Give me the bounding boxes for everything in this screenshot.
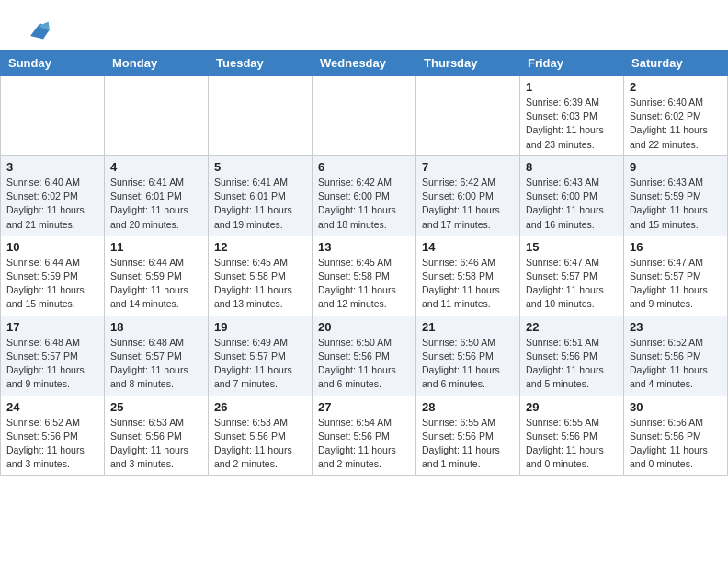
- day-number-15: 15: [526, 240, 618, 254]
- day-info-26: Sunrise: 6:53 AM Sunset: 5:56 PM Dayligh…: [214, 416, 306, 472]
- day-cell-22: 22Sunrise: 6:51 AM Sunset: 5:56 PM Dayli…: [520, 316, 624, 396]
- day-cell-13: 13Sunrise: 6:45 AM Sunset: 5:58 PM Dayli…: [313, 236, 416, 316]
- day-info-18: Sunrise: 6:48 AM Sunset: 5:57 PM Dayligh…: [110, 336, 202, 392]
- day-cell-21: 21Sunrise: 6:50 AM Sunset: 5:56 PM Dayli…: [416, 316, 520, 396]
- day-info-30: Sunrise: 6:56 AM Sunset: 5:56 PM Dayligh…: [630, 416, 722, 472]
- day-info-10: Sunrise: 6:44 AM Sunset: 5:59 PM Dayligh…: [6, 256, 98, 312]
- day-cell-25: 25Sunrise: 6:53 AM Sunset: 5:56 PM Dayli…: [105, 396, 209, 476]
- day-number-21: 21: [422, 320, 514, 334]
- day-number-1: 1: [526, 80, 618, 94]
- day-cell-10: 10Sunrise: 6:44 AM Sunset: 5:59 PM Dayli…: [1, 236, 105, 316]
- day-number-30: 30: [630, 400, 722, 414]
- day-cell-2: 2Sunrise: 6:40 AM Sunset: 6:02 PM Daylig…: [624, 76, 728, 156]
- day-info-29: Sunrise: 6:55 AM Sunset: 5:56 PM Dayligh…: [526, 416, 618, 472]
- day-number-13: 13: [318, 240, 410, 254]
- day-info-27: Sunrise: 6:54 AM Sunset: 5:56 PM Dayligh…: [318, 416, 410, 472]
- day-info-21: Sunrise: 6:50 AM Sunset: 5:56 PM Dayligh…: [422, 336, 514, 392]
- day-number-5: 5: [214, 160, 306, 174]
- day-info-9: Sunrise: 6:43 AM Sunset: 5:59 PM Dayligh…: [630, 176, 722, 232]
- day-cell-26: 26Sunrise: 6:53 AM Sunset: 5:56 PM Dayli…: [209, 396, 313, 476]
- day-number-20: 20: [318, 320, 410, 334]
- weekday-header-wednesday: Wednesday: [313, 51, 416, 76]
- day-cell-8: 8Sunrise: 6:43 AM Sunset: 6:00 PM Daylig…: [520, 155, 624, 236]
- day-info-5: Sunrise: 6:41 AM Sunset: 6:01 PM Dayligh…: [214, 176, 306, 232]
- day-number-22: 22: [526, 320, 618, 334]
- day-cell-19: 19Sunrise: 6:49 AM Sunset: 5:57 PM Dayli…: [209, 316, 313, 396]
- day-cell-24: 24Sunrise: 6:52 AM Sunset: 5:56 PM Dayli…: [1, 396, 105, 476]
- weekday-header-saturday: Saturday: [624, 51, 728, 76]
- day-info-8: Sunrise: 6:43 AM Sunset: 6:00 PM Dayligh…: [526, 176, 618, 232]
- weekday-header-sunday: Sunday: [1, 51, 105, 76]
- day-cell-16: 16Sunrise: 6:47 AM Sunset: 5:57 PM Dayli…: [624, 236, 728, 316]
- week-row-1: 1Sunrise: 6:39 AM Sunset: 6:03 PM Daylig…: [1, 76, 728, 156]
- weekday-header-row: SundayMondayTuesdayWednesdayThursdayFrid…: [1, 51, 728, 76]
- day-number-23: 23: [630, 320, 722, 334]
- calendar-table: SundayMondayTuesdayWednesdayThursdayFrid…: [0, 50, 728, 476]
- day-info-23: Sunrise: 6:52 AM Sunset: 5:56 PM Dayligh…: [630, 336, 722, 392]
- empty-cell: [313, 76, 416, 156]
- day-cell-15: 15Sunrise: 6:47 AM Sunset: 5:57 PM Dayli…: [520, 236, 624, 316]
- week-row-4: 17Sunrise: 6:48 AM Sunset: 5:57 PM Dayli…: [1, 316, 728, 396]
- day-number-4: 4: [110, 160, 202, 174]
- day-cell-14: 14Sunrise: 6:46 AM Sunset: 5:58 PM Dayli…: [416, 236, 520, 316]
- day-info-19: Sunrise: 6:49 AM Sunset: 5:57 PM Dayligh…: [214, 336, 306, 392]
- day-info-22: Sunrise: 6:51 AM Sunset: 5:56 PM Dayligh…: [526, 336, 618, 392]
- day-number-9: 9: [630, 160, 722, 174]
- week-row-5: 24Sunrise: 6:52 AM Sunset: 5:56 PM Dayli…: [1, 396, 728, 476]
- page-header: [0, 0, 728, 50]
- day-info-1: Sunrise: 6:39 AM Sunset: 6:03 PM Dayligh…: [526, 96, 618, 152]
- day-cell-5: 5Sunrise: 6:41 AM Sunset: 6:01 PM Daylig…: [209, 155, 313, 236]
- weekday-header-friday: Friday: [520, 51, 624, 76]
- day-number-24: 24: [6, 400, 98, 414]
- empty-cell: [209, 76, 313, 156]
- day-info-12: Sunrise: 6:45 AM Sunset: 5:58 PM Dayligh…: [214, 256, 306, 312]
- day-number-8: 8: [526, 160, 618, 174]
- weekday-header-thursday: Thursday: [416, 51, 520, 76]
- day-number-18: 18: [110, 320, 202, 334]
- day-number-25: 25: [110, 400, 202, 414]
- empty-cell: [105, 76, 209, 156]
- day-number-6: 6: [318, 160, 410, 174]
- day-info-17: Sunrise: 6:48 AM Sunset: 5:57 PM Dayligh…: [6, 336, 98, 392]
- day-number-14: 14: [422, 240, 514, 254]
- day-info-20: Sunrise: 6:50 AM Sunset: 5:56 PM Dayligh…: [318, 336, 410, 392]
- weekday-header-tuesday: Tuesday: [209, 51, 313, 76]
- logo: [22, 17, 50, 42]
- day-info-13: Sunrise: 6:45 AM Sunset: 5:58 PM Dayligh…: [318, 256, 410, 312]
- day-number-26: 26: [214, 400, 306, 414]
- day-number-3: 3: [6, 160, 98, 174]
- empty-cell: [416, 76, 520, 156]
- day-info-4: Sunrise: 6:41 AM Sunset: 6:01 PM Dayligh…: [110, 176, 202, 232]
- day-info-15: Sunrise: 6:47 AM Sunset: 5:57 PM Dayligh…: [526, 256, 618, 312]
- day-cell-17: 17Sunrise: 6:48 AM Sunset: 5:57 PM Dayli…: [1, 316, 105, 396]
- day-cell-27: 27Sunrise: 6:54 AM Sunset: 5:56 PM Dayli…: [313, 396, 416, 476]
- day-info-11: Sunrise: 6:44 AM Sunset: 5:59 PM Dayligh…: [110, 256, 202, 312]
- day-number-11: 11: [110, 240, 202, 254]
- day-info-3: Sunrise: 6:40 AM Sunset: 6:02 PM Dayligh…: [6, 176, 98, 232]
- day-number-19: 19: [214, 320, 306, 334]
- day-cell-28: 28Sunrise: 6:55 AM Sunset: 5:56 PM Dayli…: [416, 396, 520, 476]
- day-cell-12: 12Sunrise: 6:45 AM Sunset: 5:58 PM Dayli…: [209, 236, 313, 316]
- day-info-16: Sunrise: 6:47 AM Sunset: 5:57 PM Dayligh…: [630, 256, 722, 312]
- day-info-24: Sunrise: 6:52 AM Sunset: 5:56 PM Dayligh…: [6, 416, 98, 472]
- day-cell-11: 11Sunrise: 6:44 AM Sunset: 5:59 PM Dayli…: [105, 236, 209, 316]
- day-cell-20: 20Sunrise: 6:50 AM Sunset: 5:56 PM Dayli…: [313, 316, 416, 396]
- day-cell-1: 1Sunrise: 6:39 AM Sunset: 6:03 PM Daylig…: [520, 76, 624, 156]
- day-info-25: Sunrise: 6:53 AM Sunset: 5:56 PM Dayligh…: [110, 416, 202, 472]
- day-info-14: Sunrise: 6:46 AM Sunset: 5:58 PM Dayligh…: [422, 256, 514, 312]
- day-cell-6: 6Sunrise: 6:42 AM Sunset: 6:00 PM Daylig…: [313, 155, 416, 236]
- day-cell-30: 30Sunrise: 6:56 AM Sunset: 5:56 PM Dayli…: [624, 396, 728, 476]
- day-number-10: 10: [6, 240, 98, 254]
- day-cell-3: 3Sunrise: 6:40 AM Sunset: 6:02 PM Daylig…: [1, 155, 105, 236]
- day-number-16: 16: [630, 240, 722, 254]
- day-number-29: 29: [526, 400, 618, 414]
- weekday-header-monday: Monday: [105, 51, 209, 76]
- day-number-12: 12: [214, 240, 306, 254]
- day-cell-7: 7Sunrise: 6:42 AM Sunset: 6:00 PM Daylig…: [416, 155, 520, 236]
- day-info-6: Sunrise: 6:42 AM Sunset: 6:00 PM Dayligh…: [318, 176, 410, 232]
- day-cell-18: 18Sunrise: 6:48 AM Sunset: 5:57 PM Dayli…: [105, 316, 209, 396]
- day-cell-29: 29Sunrise: 6:55 AM Sunset: 5:56 PM Dayli…: [520, 396, 624, 476]
- day-info-28: Sunrise: 6:55 AM Sunset: 5:56 PM Dayligh…: [422, 416, 514, 472]
- day-number-27: 27: [318, 400, 410, 414]
- day-number-7: 7: [422, 160, 514, 174]
